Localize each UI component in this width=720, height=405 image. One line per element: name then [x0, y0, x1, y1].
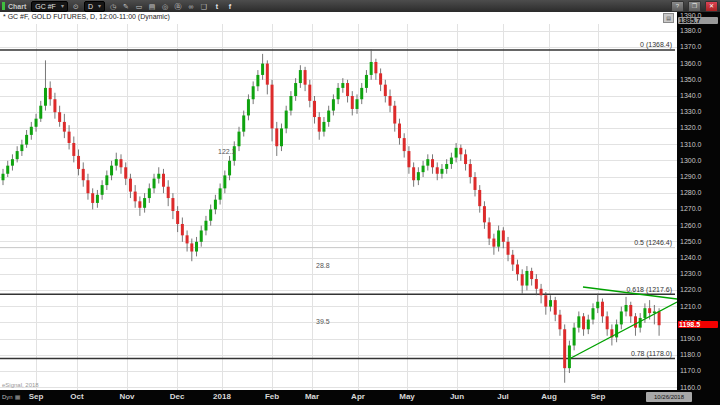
candle [568, 345, 571, 368]
candle [186, 235, 189, 243]
candle [252, 86, 255, 99]
candle [629, 305, 632, 316]
candle [138, 201, 141, 207]
candle [658, 311, 661, 325]
candle [242, 115, 245, 131]
twitter-icon[interactable]: t [212, 2, 222, 11]
x-axis-label: Dec [162, 392, 192, 401]
description-row: * GC #F, GOLD FUTURES, D, 12:00-11:00 (D… [0, 12, 677, 22]
search-icon[interactable]: ⊙ [71, 2, 81, 11]
candle [469, 164, 472, 177]
target-icon[interactable]: ◎ [160, 2, 170, 11]
candle [322, 122, 325, 132]
grid-icon: ▦ [15, 393, 21, 400]
fib-label: 0.5 (1246.4) [634, 239, 672, 247]
candle [540, 289, 543, 295]
chart-plot[interactable]: 0 (1368.4)0.5 (1246.4)0.618 (1217.6)0.78… [0, 22, 677, 390]
candle [16, 151, 19, 159]
y-axis-label: 1220.0 [680, 286, 701, 293]
candle [134, 192, 137, 202]
help-button[interactable]: ? [671, 1, 684, 12]
interval-select[interactable]: D ▾ [84, 1, 105, 12]
y-axis-label: 1350.0 [680, 76, 701, 83]
candle [351, 96, 354, 109]
candle [488, 222, 491, 238]
candle [440, 169, 443, 174]
candle [639, 318, 642, 328]
candle [577, 316, 580, 327]
annotate-icon[interactable]: ⓐ [173, 2, 183, 11]
candle [346, 83, 349, 96]
candle [285, 111, 288, 129]
link-icon[interactable]: ∞ [186, 2, 196, 11]
candle [516, 264, 519, 274]
fib-label: 0.618 (1217.6) [626, 286, 672, 294]
chart-tab-accent [2, 2, 5, 10]
clock-icon[interactable]: ◷ [108, 2, 118, 11]
y-axis-label: 1280.0 [680, 189, 701, 196]
candle [596, 302, 599, 308]
y-axis-label: 1300.0 [680, 157, 701, 164]
candle [271, 85, 274, 129]
titlebar: Chart GC #F ▾ ⊙ D ▾ ◷ ✎ ▭ ▤ ◎ ⓐ ∞ ❑ t f … [0, 0, 720, 12]
candle [436, 167, 439, 173]
last-date-tag: 10/26/2018 [646, 392, 692, 402]
candle [162, 174, 165, 187]
symbol-value: GC #F [35, 3, 56, 10]
candle [63, 122, 66, 132]
x-axis-label: Apr [343, 392, 373, 401]
candle [615, 324, 618, 337]
candle [521, 274, 524, 285]
candle [82, 169, 85, 180]
note-icon[interactable]: ▤ [147, 2, 157, 11]
candle [110, 166, 113, 176]
candle [238, 132, 241, 147]
x-axis-label: Aug [534, 392, 564, 401]
chevron-down-icon: ▾ [98, 3, 101, 9]
candle [573, 328, 576, 346]
eraser-icon[interactable]: ▭ [134, 2, 144, 11]
copyright-text: eSignal, 2018 [2, 382, 39, 388]
x-axis-label: Sep [583, 392, 613, 401]
restore-button[interactable]: ❐ [688, 1, 701, 12]
candle [53, 99, 56, 112]
close-button[interactable]: ✕ [705, 1, 718, 12]
candle [214, 200, 217, 210]
candle [374, 62, 377, 73]
x-axis-label: Sep [21, 392, 51, 401]
x-axis-label: Oct [62, 392, 92, 401]
candle [167, 187, 170, 198]
candle [261, 64, 264, 75]
candle [25, 135, 28, 145]
candle [474, 177, 477, 190]
candle [318, 117, 321, 132]
candle [195, 242, 198, 252]
y-axis-label: 1230.0 [680, 270, 701, 277]
candle [304, 70, 307, 85]
facebook-icon[interactable]: f [225, 2, 235, 11]
chart-tab[interactable]: Chart [8, 3, 28, 10]
candle [181, 224, 184, 235]
candle [356, 99, 359, 109]
candle [124, 167, 127, 178]
candle [412, 167, 415, 180]
measure-annotation: 122.1 [218, 148, 236, 155]
y-axis-label: 1240.0 [680, 254, 701, 261]
candle [554, 300, 557, 315]
symbol-select[interactable]: GC #F ▾ [31, 1, 68, 12]
pencil-icon[interactable]: ✎ [121, 2, 131, 11]
candle [115, 159, 118, 165]
price-axis[interactable]: 1390.01380.01370.01360.01350.01340.01330… [677, 12, 720, 390]
candle [96, 195, 99, 203]
time-template-button[interactable]: Dyn ▦ [2, 393, 20, 400]
y-axis-label: 1270.0 [680, 205, 701, 212]
callout-icon[interactable]: ❑ [199, 2, 209, 11]
time-axis[interactable]: Dyn ▦ 10/26/2018 SepOctNovDec2018FebMarA… [0, 390, 720, 405]
candle [219, 188, 222, 199]
candle [648, 308, 651, 313]
candle [558, 315, 561, 330]
candle [20, 145, 23, 151]
candle [190, 243, 193, 251]
candle [370, 62, 373, 75]
candle [86, 180, 89, 193]
